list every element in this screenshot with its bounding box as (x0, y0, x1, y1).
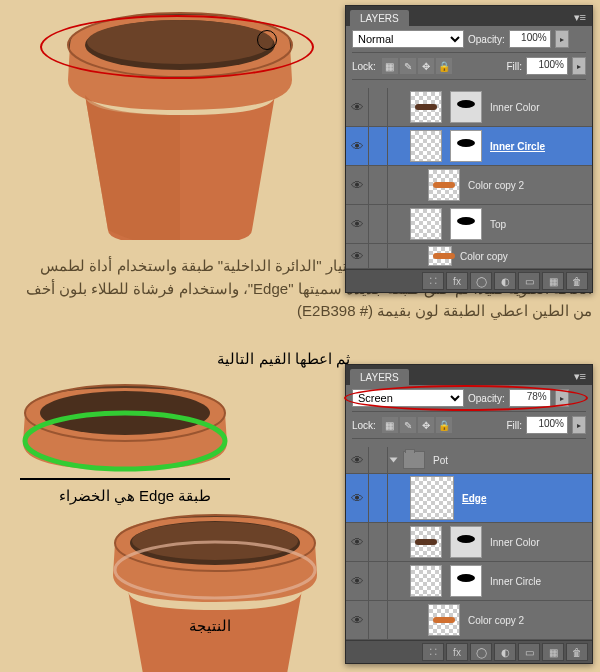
visibility-icon[interactable]: 👁 (346, 523, 369, 561)
lock-all-icon[interactable]: 🔒 (436, 417, 452, 433)
visibility-icon[interactable]: 👁 (346, 601, 369, 639)
folder-icon (403, 451, 425, 469)
trash-icon[interactable]: 🗑 (566, 272, 588, 290)
layer-inner-circle[interactable]: 👁 Inner Circle (346, 127, 592, 166)
lock-paint-icon[interactable]: ✎ (400, 58, 416, 74)
visibility-icon[interactable]: 👁 (346, 244, 369, 268)
layer-inner-color[interactable]: 👁 Inner Color (346, 523, 592, 562)
group-icon[interactable]: ▭ (518, 272, 540, 290)
link-layers-icon[interactable]: ⸬ (422, 272, 444, 290)
text-linebreak: ثم اعطها القيم التالية (217, 348, 350, 371)
new-layer-icon[interactable]: ▦ (542, 272, 564, 290)
lock-paint-icon[interactable]: ✎ (400, 417, 416, 433)
trash-icon[interactable]: 🗑 (566, 643, 588, 661)
layer-list-top: 👁 Inner Color 👁 Inner Circle 👁 Color cop… (346, 88, 592, 269)
layer-top[interactable]: 👁 Top (346, 205, 592, 244)
layer-color-copy-2[interactable]: 👁 Color copy 2 (346, 166, 592, 205)
visibility-icon[interactable]: 👁 (346, 447, 369, 473)
opacity-value[interactable]: 100% (509, 30, 551, 48)
lock-label: Lock: (352, 420, 376, 431)
layer-edge[interactable]: 👁 Edge (346, 474, 592, 523)
lock-label: Lock: (352, 61, 376, 72)
lock-transparency-icon[interactable]: ▦ (382, 58, 398, 74)
visibility-icon[interactable]: 👁 (346, 127, 369, 165)
black-line (20, 478, 230, 480)
adjustment-icon[interactable]: ◐ (494, 272, 516, 290)
fill-label: Fill: (506, 420, 522, 431)
visibility-icon[interactable]: 👁 (346, 474, 369, 522)
layer-color-copy[interactable]: 👁 Color copy (346, 244, 592, 269)
new-layer-icon[interactable]: ▦ (542, 643, 564, 661)
fill-label: Fill: (506, 61, 522, 72)
panel-menu-icon[interactable]: ▾≡ (568, 368, 592, 385)
visibility-icon[interactable]: 👁 (346, 562, 369, 600)
opacity-arrow-icon[interactable]: ▸ (555, 30, 569, 48)
lock-transparency-icon[interactable]: ▦ (382, 417, 398, 433)
adjustment-icon[interactable]: ◐ (494, 643, 516, 661)
blend-mode-select[interactable]: Normal (352, 30, 464, 48)
visibility-icon[interactable]: 👁 (346, 205, 369, 243)
visibility-icon[interactable]: 👁 (346, 166, 369, 204)
caption-result: النتيجة (150, 615, 270, 638)
layers-panel-bottom: LAYERS ▾≡ Screen Opacity: 78% ▸ Lock: ▦ … (345, 364, 593, 664)
lock-position-icon[interactable]: ✥ (418, 417, 434, 433)
mask-icon[interactable]: ◯ (470, 643, 492, 661)
layers-panel-top: LAYERS ▾≡ Normal Opacity: 100% ▸ Lock: ▦… (345, 5, 593, 293)
layers-tab[interactable]: LAYERS (350, 10, 409, 26)
red-ellipse-opacity (344, 385, 588, 411)
mask-icon[interactable]: ◯ (470, 272, 492, 290)
pot-rim-green (10, 378, 240, 478)
fill-value[interactable]: 100% (526, 416, 568, 434)
opacity-label: Opacity: (468, 34, 505, 45)
lock-all-icon[interactable]: 🔒 (436, 58, 452, 74)
panel-menu-icon[interactable]: ▾≡ (568, 9, 592, 26)
layer-inner-color[interactable]: 👁 Inner Color (346, 88, 592, 127)
black-circle (257, 30, 277, 50)
visibility-icon[interactable]: 👁 (346, 88, 369, 126)
fill-arrow-icon[interactable]: ▸ (572, 57, 586, 75)
layer-inner-circle[interactable]: 👁 Inner Circle (346, 562, 592, 601)
layer-list-bottom: 👁 Pot 👁 Edge 👁 Inner Color 👁 Inner Circl… (346, 447, 592, 640)
layers-tab[interactable]: LAYERS (350, 369, 409, 385)
fx-icon[interactable]: fx (446, 643, 468, 661)
link-layers-icon[interactable]: ⸬ (422, 643, 444, 661)
lock-position-icon[interactable]: ✥ (418, 58, 434, 74)
group-icon[interactable]: ▭ (518, 643, 540, 661)
fx-icon[interactable]: fx (446, 272, 468, 290)
fill-value[interactable]: 100% (526, 57, 568, 75)
pot-result (100, 505, 330, 672)
fill-arrow-icon[interactable]: ▸ (572, 416, 586, 434)
group-toggle-icon[interactable] (390, 458, 398, 463)
layer-group-pot[interactable]: 👁 Pot (346, 447, 592, 474)
layer-color-copy-2[interactable]: 👁 Color copy 2 (346, 601, 592, 640)
